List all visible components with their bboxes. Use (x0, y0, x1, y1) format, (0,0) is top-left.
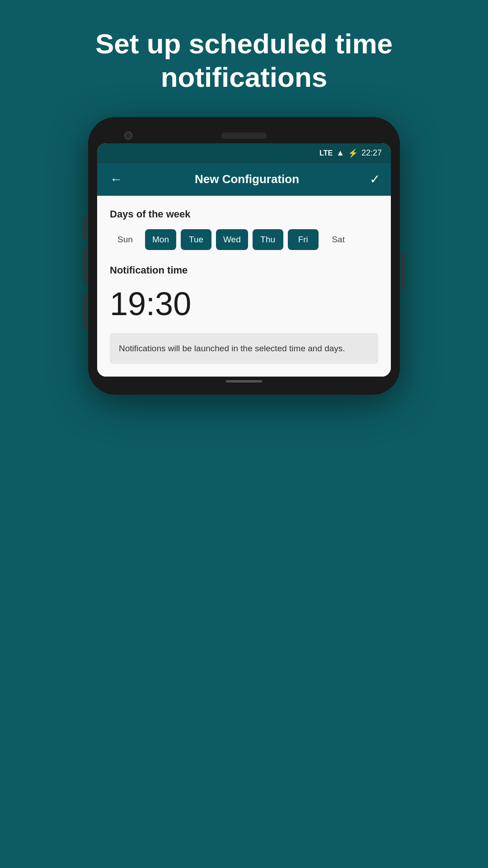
battery-icon: ⚡ (348, 148, 358, 158)
volume-silent-button (84, 217, 86, 239)
power-button (402, 253, 404, 289)
day-chip-fri[interactable]: Fri (288, 229, 319, 250)
day-chip-tue[interactable]: Tue (181, 229, 211, 250)
signal-icon: ▲ (336, 148, 344, 158)
home-indicator (226, 380, 262, 382)
time-section-title: Notification time (110, 264, 378, 276)
day-chip-sat[interactable]: Sat (323, 229, 354, 250)
time-section: Notification time 19:30 (110, 264, 378, 322)
volume-down-button (84, 293, 86, 330)
front-camera (124, 132, 132, 140)
day-chip-mon[interactable]: Mon (145, 229, 176, 250)
clock-display: 22:27 (361, 148, 382, 158)
back-button[interactable]: ← (108, 170, 124, 189)
toolbar-title: New Configuration (195, 172, 299, 186)
days-row: Sun Mon Tue Wed Thu Fri Sat (110, 229, 378, 250)
phone-speaker (221, 132, 267, 139)
day-chip-thu[interactable]: Thu (253, 229, 283, 250)
confirm-button[interactable]: ✓ (370, 172, 380, 187)
page-hero-title: Set up scheduled time notifications (0, 0, 488, 117)
phone-top-bar (97, 126, 391, 143)
phone-bottom (97, 377, 391, 386)
network-type-label: LTE (319, 149, 333, 157)
status-bar: LTE ▲ ⚡ 22:27 (97, 143, 391, 163)
days-section: Days of the week Sun Mon Tue Wed Thu Fri… (110, 208, 378, 250)
app-content: Days of the week Sun Mon Tue Wed Thu Fri… (97, 196, 391, 377)
info-box-text: Notifications will be launched in the se… (119, 342, 369, 355)
day-chip-wed[interactable]: Wed (216, 229, 248, 250)
days-section-title: Days of the week (110, 208, 378, 220)
volume-up-button (84, 248, 86, 284)
info-box: Notifications will be launched in the se… (110, 333, 378, 364)
phone-frame: LTE ▲ ⚡ 22:27 ← New Configuration ✓ Days… (88, 117, 400, 395)
app-toolbar: ← New Configuration ✓ (97, 163, 391, 196)
time-picker[interactable]: 19:30 (110, 285, 378, 322)
phone-screen: LTE ▲ ⚡ 22:27 ← New Configuration ✓ Days… (97, 143, 391, 377)
day-chip-sun[interactable]: Sun (110, 229, 141, 250)
